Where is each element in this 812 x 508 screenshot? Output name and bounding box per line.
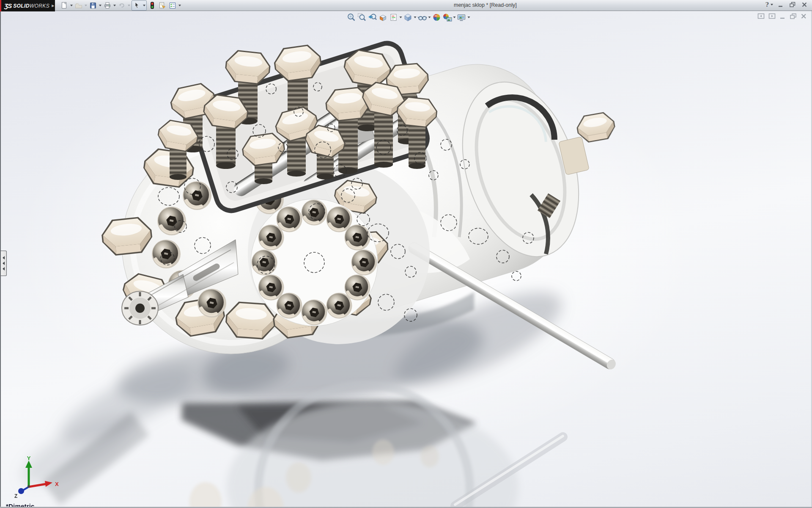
apply-scene-dropdown[interactable]: [453, 17, 456, 18]
edit-appearance-icon: [432, 13, 441, 22]
close-icon: [801, 2, 807, 8]
hide-show-items-icon: [417, 13, 427, 22]
view-settings-dropdown[interactable]: [467, 17, 471, 18]
zoom-to-area-button[interactable]: [357, 12, 367, 22]
hide-show-items-button[interactable]: [417, 12, 428, 22]
file-properties-button[interactable]: [157, 1, 167, 10]
previous-view-icon: [368, 13, 377, 22]
hide-show-items-dropdown[interactable]: [428, 17, 431, 18]
close-document-button[interactable]: [801, 13, 807, 19]
minimize-document-button[interactable]: [779, 13, 786, 19]
titlebar-controls: ?: [765, 1, 809, 8]
collapse-arrow-icon: [3, 256, 5, 260]
save-dropdown[interactable]: [98, 1, 102, 10]
zoom-to-fit-icon: [346, 13, 356, 22]
view-settings-icon: [456, 13, 466, 22]
zoom-to-area-icon: [357, 13, 366, 22]
rebuild-traffic-light-icon: [148, 2, 156, 9]
open-icon: [75, 2, 82, 9]
select-dropdown[interactable]: [142, 1, 146, 10]
reference-triad: Y X Z: [6, 456, 61, 499]
undo-dropdown[interactable]: [127, 1, 131, 10]
view-orientation-icon: [389, 13, 398, 22]
solidworks-logo-icon: ƷS: [4, 2, 11, 9]
document-title: menjac sklop * [Read-only]: [454, 2, 517, 8]
title-bar: ƷS SOLID WORKS ▶: [0, 0, 812, 11]
minimize-icon: [778, 2, 784, 8]
solidworks-window: { "title_bar": { "logo_mark": "ƷS", "log…: [0, 0, 812, 508]
collapse-arrow-icon: [3, 267, 5, 271]
view-orientation-dropdown[interactable]: [399, 17, 403, 18]
apply-scene-button[interactable]: [442, 12, 453, 22]
save-button[interactable]: [88, 1, 98, 10]
print-button[interactable]: [102, 1, 112, 10]
view-orientation-button[interactable]: [388, 12, 399, 22]
close-button[interactable]: [800, 1, 809, 8]
display-style-button[interactable]: [403, 12, 413, 22]
apply-scene-icon: [442, 13, 452, 22]
graphics-area[interactable]: Y X Z *Dimetric: [0, 11, 812, 508]
undo-icon: [118, 2, 126, 9]
brand-accent: [0, 0, 1, 11]
menu-flyout-arrow-icon: ▶: [52, 4, 54, 8]
display-style-dropdown[interactable]: [413, 17, 417, 18]
new-document-icon: [60, 2, 68, 9]
standard-toolbar: [59, 0, 182, 10]
help-dropdown[interactable]: [771, 4, 773, 6]
section-view-icon: [378, 13, 387, 22]
model-3d-view[interactable]: [1, 11, 812, 508]
view-settings-button[interactable]: [456, 12, 467, 22]
headsup-view-toolbar: [346, 12, 471, 22]
edit-appearance-button[interactable]: [431, 12, 442, 22]
triad-x-label: X: [55, 481, 59, 487]
open-dropdown[interactable]: [84, 1, 88, 10]
display-style-icon: [403, 13, 412, 22]
zoom-to-fit-button[interactable]: [346, 12, 357, 22]
select-button-group: [132, 0, 147, 11]
options-icon: [169, 2, 176, 9]
options-dropdown[interactable]: [178, 1, 182, 10]
screw-ring-right: [251, 199, 378, 326]
save-icon: [89, 2, 97, 9]
undo-button[interactable]: [117, 1, 127, 10]
collapse-arrow-icon: [3, 262, 5, 265]
options-button[interactable]: [167, 1, 178, 10]
rebuild-button[interactable]: [147, 1, 157, 10]
feature-panel-collapse-tab[interactable]: [1, 251, 7, 276]
logo-text-light: WORKS: [30, 3, 49, 9]
help-button[interactable]: ?: [765, 1, 769, 8]
new-document-button[interactable]: [59, 1, 69, 10]
show-left-pane-button[interactable]: [757, 13, 765, 19]
print-dropdown[interactable]: [112, 1, 117, 10]
logo-text-bold: SOLID: [13, 3, 30, 9]
new-document-dropdown[interactable]: [69, 1, 74, 10]
document-window-controls: [757, 13, 807, 19]
restore-document-button[interactable]: [790, 13, 797, 19]
section-view-button[interactable]: [378, 12, 388, 22]
print-icon: [104, 2, 111, 9]
show-right-pane-button[interactable]: [768, 13, 776, 19]
solidworks-menu-button[interactable]: ƷS SOLID WORKS ▶: [0, 0, 55, 11]
select-cursor-icon: [133, 2, 141, 9]
restore-icon: [789, 2, 796, 8]
triad-y-label: Y: [27, 456, 31, 461]
previous-view-button[interactable]: [367, 12, 378, 22]
select-button[interactable]: [132, 1, 142, 10]
open-button[interactable]: [74, 1, 84, 10]
minimize-button[interactable]: [776, 1, 785, 8]
triad-z-label: Z: [14, 493, 17, 499]
restore-button[interactable]: [788, 1, 797, 8]
file-properties-icon: [159, 2, 166, 9]
